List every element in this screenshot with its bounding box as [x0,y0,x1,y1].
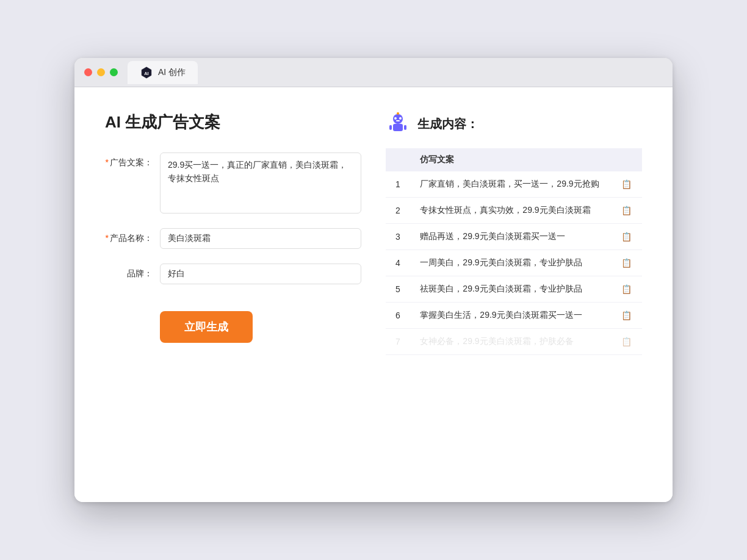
minimize-button[interactable] [97,68,105,76]
copy-button[interactable]: 📋 [612,250,642,276]
col-action [612,148,642,171]
row-copy-text: 女神必备，29.9元美白淡斑霜，护肤必备 [410,329,612,355]
required-star-2: * [106,233,109,243]
ai-tab-icon: AI [140,66,153,79]
row-copy-text: 赠品再送，29.9元美白淡斑霜买一送一 [410,224,612,250]
right-panel: 生成内容： 仿写文案 1厂家直销，美白淡斑霜，买一送一，29.9元抢购📋2专抹女… [386,112,642,478]
svg-rect-9 [404,125,406,130]
maximize-button[interactable] [110,68,118,76]
ai-creation-tab[interactable]: AI AI 创作 [128,61,198,84]
svg-point-3 [394,117,397,120]
left-panel: AI 生成广告文案 *广告文案： *产品名称： 品牌： 立即生成 [105,112,361,478]
page-title: AI 生成广告文案 [105,112,361,133]
browser-window: AI AI 创作 AI 生成广告文案 *广告文案： *产品名称： [74,58,673,502]
ad-copy-label: *广告文案： [105,153,160,168]
table-row: 6掌握美白生活，29.9元美白淡斑霜买一送一📋 [386,303,642,329]
svg-point-4 [399,117,402,120]
copy-button[interactable]: 📋 [612,198,642,224]
table-row: 7女神必备，29.9元美白淡斑霜，护肤必备📋 [386,329,642,355]
table-row: 4一周美白，29.9元美白淡斑霜，专业护肤品📋 [386,250,642,276]
svg-text:AI: AI [144,70,148,76]
product-name-input[interactable] [160,228,361,249]
col-copy: 仿写文案 [410,148,612,171]
svg-point-7 [397,112,399,115]
robot-icon [386,112,410,136]
row-number: 6 [386,303,410,329]
row-number: 7 [386,329,410,355]
brand-label: 品牌： [105,264,160,279]
product-name-group: *产品名称： [105,228,361,249]
table-row: 3赠品再送，29.9元美白淡斑霜买一送一📋 [386,224,642,250]
traffic-lights [84,68,118,76]
brand-input[interactable] [160,264,361,284]
generate-button[interactable]: 立即生成 [160,311,253,343]
copy-button[interactable]: 📋 [612,224,642,250]
table-header-row: 仿写文案 [386,148,642,171]
close-button[interactable] [84,68,92,76]
copy-button[interactable]: 📋 [612,329,642,355]
ad-copy-group: *广告文案： [105,153,361,214]
row-number: 4 [386,250,410,276]
col-num [386,148,410,171]
row-number: 2 [386,198,410,224]
copy-button[interactable]: 📋 [612,303,642,329]
table-row: 2专抹女性斑点，真实功效，29.9元美白淡斑霜📋 [386,198,642,224]
product-name-label: *产品名称： [105,228,160,244]
table-row: 1厂家直销，美白淡斑霜，买一送一，29.9元抢购📋 [386,171,642,198]
table-row: 5祛斑美白，29.9元美白淡斑霜，专业护肤品📋 [386,276,642,303]
result-table: 仿写文案 1厂家直销，美白淡斑霜，买一送一，29.9元抢购📋2专抹女性斑点，真实… [386,148,642,355]
svg-rect-2 [393,124,403,131]
required-star-1: * [106,157,109,167]
row-copy-text: 厂家直销，美白淡斑霜，买一送一，29.9元抢购 [410,171,612,198]
copy-button[interactable]: 📋 [612,276,642,303]
row-number: 3 [386,224,410,250]
browser-content: AI 生成广告文案 *广告文案： *产品名称： 品牌： 立即生成 [74,87,673,502]
row-number: 1 [386,171,410,198]
browser-titlebar: AI AI 创作 [74,58,673,87]
svg-rect-8 [389,125,392,130]
row-copy-text: 一周美白，29.9元美白淡斑霜，专业护肤品 [410,250,612,276]
row-copy-text: 掌握美白生活，29.9元美白淡斑霜买一送一 [410,303,612,329]
ad-copy-input[interactable] [160,153,361,214]
row-copy-text: 专抹女性斑点，真实功效，29.9元美白淡斑霜 [410,198,612,224]
tab-label: AI 创作 [158,67,186,78]
svg-rect-5 [396,120,400,121]
row-number: 5 [386,276,410,303]
result-header: 生成内容： [386,112,642,136]
brand-group: 品牌： [105,264,361,284]
result-title: 生成内容： [417,116,478,132]
row-copy-text: 祛斑美白，29.9元美白淡斑霜，专业护肤品 [410,276,612,303]
copy-button[interactable]: 📋 [612,171,642,198]
